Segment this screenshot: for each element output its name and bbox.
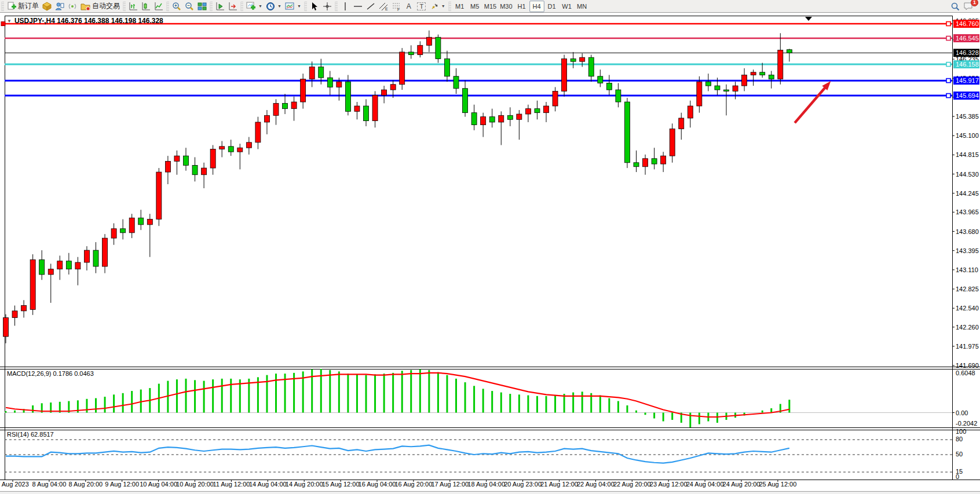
autotrading-label: 自动交易	[92, 1, 120, 11]
fibonacci-icon: F	[392, 2, 401, 11]
toolbar-grip[interactable]	[1, 2, 4, 11]
horizontal-line-icon	[353, 2, 363, 11]
crosshair-button[interactable]	[321, 1, 334, 12]
svg-text:0: 0	[956, 473, 959, 480]
chart-area[interactable]: 146.805146.520146.235145.950145.670145.3…	[0, 0, 980, 494]
chart-title-text: USDJPY-,H4 146.376 146.388 146.198 146.3…	[14, 17, 163, 25]
periods-button[interactable]: ▼	[264, 1, 283, 12]
timeframe-mn-button[interactable]: MN	[575, 1, 590, 12]
signals-icon	[68, 2, 77, 11]
cursor-button[interactable]	[308, 1, 321, 12]
community-button[interactable]	[53, 1, 66, 12]
equidistant-channel-icon: E	[379, 2, 388, 11]
templates-icon	[285, 2, 295, 11]
fibonacci-button[interactable]: F	[390, 1, 403, 12]
svg-text:20 Aug 23:00: 20 Aug 23:00	[504, 481, 542, 488]
notification-badge: 1	[971, 0, 978, 6]
toolbar-grip[interactable]	[240, 2, 243, 11]
toolbar-grip[interactable]	[448, 2, 451, 11]
bar-chart-button[interactable]	[127, 1, 140, 12]
svg-text:8 Aug 20:00: 8 Aug 20:00	[68, 481, 103, 488]
autotrading-button[interactable]: 自动交易	[79, 1, 122, 12]
text-label-button[interactable]: T	[415, 1, 428, 12]
zoom-in-button[interactable]	[170, 1, 183, 12]
svg-text:24 Aug 20:00: 24 Aug 20:00	[723, 481, 760, 488]
time-axis[interactable]: 7 Aug 20238 Aug 04:008 Aug 20:009 Aug 12…	[0, 480, 796, 488]
timeframe-h1-button[interactable]: H1	[514, 1, 529, 12]
svg-text:145.694: 145.694	[956, 92, 979, 99]
toolbar-grip[interactable]	[123, 2, 126, 11]
svg-text:50: 50	[956, 451, 963, 458]
dropdown-arrow-icon: ▼	[258, 4, 262, 8]
hline-marker[interactable]	[946, 79, 950, 83]
one-click-trading-arrow-icon[interactable]: ▼	[7, 19, 12, 24]
new-order-label: 新订单	[18, 1, 39, 11]
templates-button[interactable]: ▼	[283, 1, 303, 12]
notifications-button[interactable]: 1	[961, 1, 975, 12]
toolbar-grip[interactable]	[210, 2, 213, 11]
svg-text:-0.2042: -0.2042	[956, 420, 977, 427]
auto-scroll-button[interactable]	[214, 1, 226, 12]
trendline-button[interactable]	[364, 1, 377, 12]
svg-text:24 Aug 04:00: 24 Aug 04:00	[686, 481, 724, 488]
toolbar-grip[interactable]	[304, 2, 307, 11]
svg-text:80: 80	[956, 436, 963, 442]
candlestick-chart-button[interactable]	[140, 1, 152, 12]
new-order-button[interactable]: 新订单	[5, 1, 41, 12]
text-button[interactable]: A	[403, 1, 415, 12]
timeframe-w1-button[interactable]: W1	[560, 1, 575, 12]
chart-title: ▼ USDJPY-,H4 146.376 146.388 146.198 146…	[7, 17, 163, 25]
svg-text:7 Aug 2023: 7 Aug 2023	[0, 481, 29, 488]
macd-label: MACD(12,26,9) 0.1786 0.0463	[7, 370, 94, 377]
svg-text:100: 100	[956, 428, 966, 435]
timeframe-m30-button[interactable]: M30	[498, 1, 514, 12]
rsi-label: RSI(14) 62.8517	[7, 431, 54, 438]
rsi-name: RSI(14)	[7, 431, 29, 438]
hline-marker[interactable]	[946, 36, 950, 41]
clock-icon	[266, 2, 275, 11]
search-button[interactable]	[949, 1, 961, 12]
svg-text:11 Aug 12:00: 11 Aug 12:00	[213, 481, 250, 488]
text-label-icon: T	[417, 2, 426, 10]
market-icon	[42, 2, 52, 11]
arrows-button[interactable]: ▼	[428, 1, 447, 12]
signals-button[interactable]	[66, 1, 79, 12]
tile-windows-button[interactable]	[196, 1, 209, 12]
timeframe-d1-button[interactable]: D1	[544, 1, 560, 12]
bar-chart-icon	[129, 2, 138, 11]
line-chart-button[interactable]	[152, 1, 165, 12]
svg-text:16 Aug 20:00: 16 Aug 20:00	[394, 481, 432, 488]
toolbar-grip[interactable]	[335, 2, 338, 11]
equidistant-channel-button[interactable]: E	[377, 1, 390, 12]
zoom-out-button[interactable]	[183, 1, 196, 12]
hline-marker[interactable]	[946, 94, 950, 98]
svg-text:8 Aug 04:00: 8 Aug 04:00	[32, 481, 67, 488]
toolbar-grip[interactable]	[166, 2, 169, 11]
svg-text:23 Aug 12:00: 23 Aug 12:00	[650, 481, 688, 488]
svg-text:0.6048: 0.6048	[956, 369, 975, 376]
timeframe-m1-button[interactable]: M1	[452, 1, 467, 12]
arrows-icon	[430, 2, 439, 11]
svg-text:16 Aug 04:00: 16 Aug 04:00	[359, 481, 396, 488]
macd-name: MACD(12,26,9)	[7, 370, 51, 377]
timeframe-m5-button[interactable]: M5	[467, 1, 482, 12]
svg-text:21 Aug 12:00: 21 Aug 12:00	[540, 481, 578, 488]
svg-text:143.965: 143.965	[956, 208, 979, 215]
svg-text:145.917: 145.917	[956, 77, 979, 84]
svg-text:144.530: 144.530	[956, 171, 979, 178]
svg-text:142.540: 142.540	[956, 305, 979, 312]
timeframe-h4-button[interactable]: H4	[529, 1, 544, 12]
timeframe-m15-button[interactable]: M15	[482, 1, 498, 12]
svg-text:10 Aug 20:00: 10 Aug 20:00	[176, 481, 214, 488]
hline-marker[interactable]	[946, 22, 950, 26]
hline-marker[interactable]	[946, 63, 950, 67]
svg-text:9 Aug 12:00: 9 Aug 12:00	[105, 481, 139, 488]
svg-text:10 Aug 04:00: 10 Aug 04:00	[140, 481, 177, 488]
new-chart-button[interactable]: ▼	[244, 1, 264, 12]
vertical-line-button[interactable]	[339, 1, 352, 12]
market-button[interactable]	[41, 1, 53, 12]
hline-marker[interactable]	[1, 22, 5, 26]
svg-text:143.680: 143.680	[956, 228, 979, 235]
horizontal-line-button[interactable]	[352, 1, 364, 12]
chart-shift-button[interactable]	[226, 1, 239, 12]
